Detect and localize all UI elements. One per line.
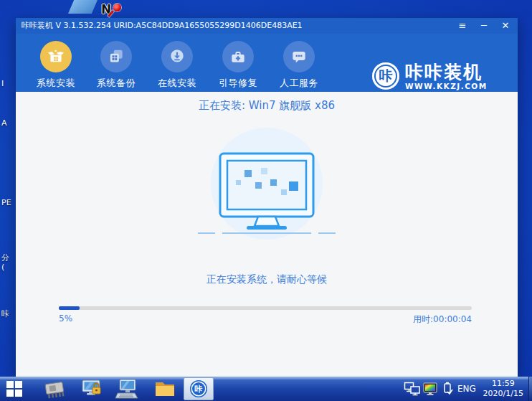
kaka-installer-window: 咔咔装机 V 3.1.532.254 URID:A5C84DD9A1655055… [16,18,518,377]
main-panel: 正在安装: Win7 旗舰版 x86 正在安装系统，请耐心等候 [16,92,518,377]
desktop-icon-label: I [1,79,4,88]
brand-logo: 咔 咔咔装机 WWW.KKZJ.COM [372,62,488,90]
toolbox-icon [222,41,254,72]
nav-label: 人工服务 [270,77,328,90]
brand-website: WWW.KKZJ.COM [405,82,488,90]
network-tray-icon[interactable] [404,382,421,396]
progress-bar [59,306,472,310]
nav-manual-service[interactable]: 人工服务 [270,41,328,90]
desktop-icon-label: 咔 [1,308,9,319]
desktop-icon-label: PE [1,198,11,207]
keyboard-monitor-icon[interactable] [115,378,139,400]
window-title: 咔咔装机 V 3.1.532.254 URID:A5C84DD9A1655055… [22,21,303,30]
language-indicator[interactable]: ENG [457,384,476,394]
nav-system-install[interactable]: 系统安装 [27,41,85,90]
title-bar[interactable]: 咔咔装机 V 3.1.532.254 URID:A5C84DD9A1655055… [16,18,518,34]
progress-fill [59,306,80,310]
display-settings-tray-icon[interactable] [423,382,439,396]
brand-badge-icon: 咔 [372,62,399,90]
installing-title: 正在安装: Win7 旗舰版 x86 [16,99,518,113]
nav-boot-repair[interactable]: 引导修复 [209,41,267,90]
red-key-head [113,4,121,11]
progress-percent: 5% [59,313,72,324]
install-box-icon [40,41,72,72]
desktop-password-tool-icon[interactable]: N [101,2,127,18]
computer-lock-icon[interactable] [80,378,103,400]
nav-online-install[interactable]: 在线安装 [148,41,206,90]
elapsed-time: 用时:00:00:04 [413,313,472,326]
desktop-laptop-icon[interactable] [68,0,98,14]
nav-label: 系统安装 [27,77,85,90]
desktop-icon-label: 分 [1,253,9,263]
taskbar-clock[interactable]: 11:59 2020/1/15 [483,379,523,399]
monitor-illustration [195,125,338,243]
nav-label: 在线安装 [148,77,206,90]
menu-icon[interactable]: ≡ [456,18,469,34]
taskbar-kaka-app-button[interactable]: 咔 [184,377,214,400]
download-icon [161,41,193,72]
close-icon[interactable]: ✕ [499,18,512,34]
brand-name: 咔咔装机 [405,62,488,82]
folder-icon[interactable] [153,378,176,400]
clock-time: 11:59 [483,379,523,389]
desktop: N I A PE 分 ( 咔 咔咔装机 V 3.1.532.254 URID:A… [0,0,532,401]
status-text: 正在安装系统，请耐心等候 [16,273,518,286]
minimize-icon[interactable]: ─ [478,18,490,34]
nav-system-backup[interactable]: 系统备份 [87,41,145,90]
desktop-icon-label: ( [1,263,4,272]
start-button[interactable] [6,381,23,397]
taskbar: 咔 [0,377,532,401]
nav-header: 系统安装 系统备份 [16,34,518,92]
memory-chip-icon[interactable] [43,378,66,400]
show-desktop-button[interactable] [528,377,532,401]
nav-label: 系统备份 [87,77,145,90]
desktop-icon-label: A [1,118,7,128]
backup-windows-icon [100,41,132,72]
chat-bubble-icon [283,41,315,72]
usb-eject-tray-icon[interactable] [442,382,453,396]
nav-label: 引导修复 [209,77,267,90]
kaka-app-icon: 咔 [190,380,207,397]
clock-date: 2020/1/15 [483,389,523,399]
